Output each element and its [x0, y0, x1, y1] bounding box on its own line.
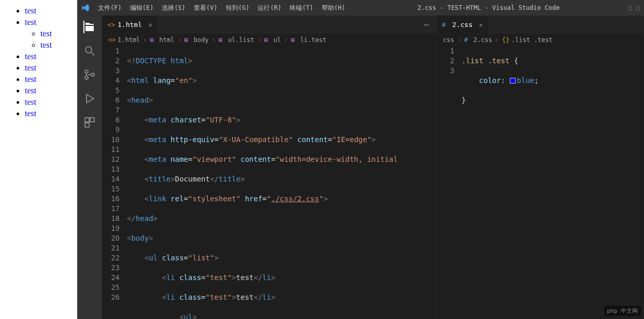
list-item: test — [25, 108, 77, 119]
list-item: test — [40, 28, 77, 39]
svg-rect-5 — [85, 118, 89, 122]
list-item: test — [25, 62, 77, 74]
extensions-icon[interactable] — [83, 116, 96, 129]
activity-bar — [77, 16, 102, 319]
close-icon[interactable]: × — [148, 21, 152, 29]
menu-help[interactable]: 帮助(H) — [319, 3, 349, 13]
menu-selection[interactable]: 选择(S) — [159, 3, 189, 13]
menu-view[interactable]: 查看(V) — [191, 3, 221, 13]
editor-actions-more-icon[interactable]: ⋯ — [424, 20, 436, 30]
tab-bar-right: # 2.css × — [437, 16, 643, 34]
tab-bar-left: <> 1.html × ⋯ — [102, 16, 436, 34]
layout-controls[interactable]: ▢ ▢ — [628, 4, 640, 11]
menu-run[interactable]: 运行(R) — [254, 3, 284, 13]
html-file-icon: <> — [107, 21, 115, 29]
menu-bar: 文件(F) 编辑(E) 选择(S) 查看(V) 转到(G) 运行(R) 终端(T… — [95, 3, 349, 13]
code-editor-right[interactable]: 123 .list .test { color: blue; } — [437, 46, 643, 319]
vscode-logo-icon — [81, 4, 90, 12]
breadcrumb-item[interactable]: ul — [274, 36, 281, 44]
symbol-icon: ⊞ — [264, 36, 271, 44]
window-title: 2.css - TEST-HTML - Visual Studio Code — [349, 4, 629, 11]
breadcrumb-left[interactable]: <> 1.html› ⊞ html› ⊞ body› ⊞ ul.list› ⊞ … — [102, 34, 436, 46]
svg-rect-7 — [85, 123, 89, 127]
tab-2css[interactable]: # 2.css × — [437, 16, 489, 34]
breadcrumb-right[interactable]: css› # 2.css› {} .list .test — [437, 34, 643, 46]
rendered-list: test test test test test test test test … — [15, 5, 77, 119]
code-content[interactable]: <!DOCTYPE html> <html lang="en"> <head> … — [127, 46, 405, 319]
minimap[interactable] — [405, 46, 436, 319]
html-file-icon: <> — [108, 36, 116, 44]
search-icon[interactable] — [83, 45, 96, 57]
color-swatch-icon — [510, 78, 516, 84]
vscode-window: 文件(F) 编辑(E) 选择(S) 查看(V) 转到(G) 运行(R) 终端(T… — [77, 0, 644, 319]
line-numbers: 1234567891011121314151617181920212223242… — [102, 46, 127, 319]
tab-1html[interactable]: <> 1.html × — [102, 16, 158, 34]
title-bar: 文件(F) 编辑(E) 选择(S) 查看(V) 转到(G) 运行(R) 终端(T… — [77, 0, 644, 16]
svg-line-1 — [91, 52, 94, 56]
watermark: php 中文网 — [604, 306, 641, 316]
run-debug-icon[interactable] — [83, 92, 96, 105]
breadcrumb-item[interactable]: css — [443, 36, 454, 44]
symbol-icon: ⊞ — [291, 36, 298, 44]
tab-label: 2.css — [452, 21, 473, 29]
list-item: test — [25, 5, 77, 17]
breadcrumb-item[interactable]: .list .test — [511, 36, 552, 44]
list-item: test — [25, 74, 77, 85]
symbol-icon: ⊞ — [150, 36, 158, 44]
svg-point-3 — [85, 76, 88, 79]
close-icon[interactable]: × — [479, 21, 483, 29]
list-item: test — [25, 51, 77, 62]
breadcrumb-item[interactable]: ul.list — [228, 36, 254, 44]
source-control-icon[interactable] — [83, 68, 96, 81]
code-content[interactable]: .list .test { color: blue; } — [462, 46, 643, 319]
symbol-icon: ⊞ — [184, 36, 192, 44]
menu-file[interactable]: 文件(F) — [95, 3, 125, 13]
list-item: test — [40, 39, 77, 51]
css-file-icon: # — [442, 21, 449, 29]
svg-rect-6 — [90, 118, 94, 122]
menu-go[interactable]: 转到(G) — [223, 3, 253, 13]
symbol-icon: ⊞ — [219, 36, 226, 44]
line-numbers: 123 — [437, 46, 462, 319]
editor-pane-left: <> 1.html × ⋯ <> 1.html› ⊞ html› ⊞ body› — [102, 16, 437, 319]
list-item: test — [25, 17, 77, 28]
list-item: test — [25, 96, 77, 108]
breadcrumb-item[interactable]: li.test — [300, 36, 326, 44]
svg-point-4 — [91, 73, 94, 76]
menu-edit[interactable]: 编辑(E) — [127, 3, 157, 13]
explorer-icon[interactable] — [83, 21, 96, 33]
code-editor-left[interactable]: 1234567891011121314151617181920212223242… — [102, 46, 436, 319]
breadcrumb-item[interactable]: html — [160, 36, 175, 44]
breadcrumb-item[interactable]: body — [194, 36, 209, 44]
breadcrumb-item[interactable]: 2.css — [474, 36, 492, 44]
breadcrumb-item[interactable]: 1.html — [118, 36, 140, 44]
browser-preview: test test test test test test test test … — [0, 0, 77, 319]
list-item: test — [25, 85, 77, 96]
svg-point-2 — [85, 70, 88, 73]
editor-pane-right: # 2.css × css› # 2.css› {} .list .test — [437, 16, 644, 319]
menu-terminal[interactable]: 终端(T) — [287, 3, 317, 13]
tab-label: 1.html — [118, 21, 142, 29]
symbol-icon: {} — [502, 36, 509, 44]
svg-point-0 — [85, 47, 92, 53]
css-file-icon: # — [464, 36, 471, 44]
